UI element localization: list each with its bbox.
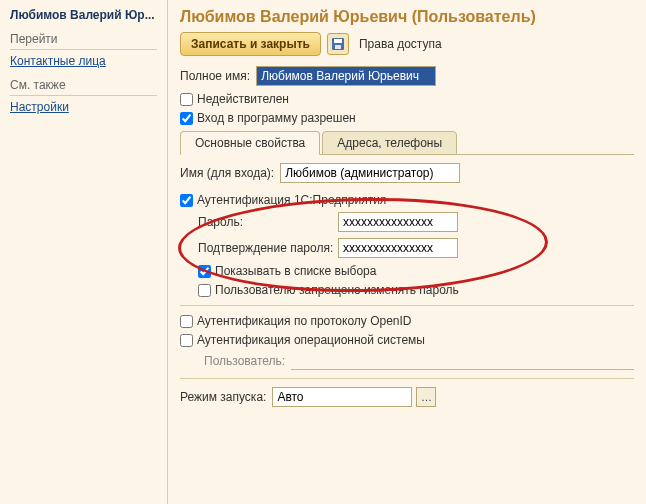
svg-rect-2 [335,45,341,49]
deny-change-password-checkbox[interactable] [198,284,211,297]
main-content: Любимов Валерий Юрьевич (Пользователь) З… [168,0,646,504]
save-button[interactable] [327,33,349,55]
login-name-label: Имя (для входа): [180,166,274,180]
sidebar-section-goto: Перейти [10,32,157,50]
fullname-input[interactable] [256,66,436,86]
show-in-list-checkbox[interactable] [198,265,211,278]
toolbar: Записать и закрыть Права доступа [180,32,634,56]
sidebar-title: Любимов Валерий Юр... [10,8,157,22]
save-and-close-button[interactable]: Записать и закрыть [180,32,321,56]
run-mode-picker-button[interactable]: … [416,387,436,407]
confirm-password-input[interactable] [338,238,458,258]
ellipsis-icon: … [421,391,432,403]
auth-openid-checkbox[interactable] [180,315,193,328]
deny-change-password-label: Пользователю запрещено изменять пароль [215,283,459,297]
password-input[interactable] [338,212,458,232]
floppy-icon [331,37,345,51]
fullname-label: Полное имя: [180,69,250,83]
auth-os-checkbox[interactable] [180,334,193,347]
run-mode-label: Режим запуска: [180,390,266,404]
auth-openid-label: Аутентификация по протоколу OpenID [197,314,412,328]
sidebar-section-seealso: См. также [10,78,157,96]
os-user-label: Пользователь: [204,354,285,368]
auth-1c-checkbox[interactable] [180,194,193,207]
tabs: Основные свойства Адреса, телефоны [180,130,634,155]
show-in-list-label: Показывать в списке выбора [215,264,376,278]
login-allowed-checkbox[interactable] [180,112,193,125]
os-user-field[interactable] [291,352,634,370]
tab-addresses-phones[interactable]: Адреса, телефоны [322,131,457,155]
tab-main-properties[interactable]: Основные свойства [180,131,320,155]
sidebar-link-contacts[interactable]: Контактные лица [10,54,157,68]
svg-rect-1 [334,39,342,43]
confirm-password-label: Подтверждение пароля: [198,241,338,255]
invalid-label: Недействителен [197,92,289,106]
page-title: Любимов Валерий Юрьевич (Пользователь) [180,8,634,26]
sidebar: Любимов Валерий Юр... Перейти Контактные… [0,0,168,504]
login-allowed-label: Вход в программу разрешен [197,111,356,125]
auth-1c-label: Аутентификация 1С:Предприятия [197,193,386,207]
divider-2 [180,378,634,379]
run-mode-select[interactable] [272,387,412,407]
login-name-input[interactable] [280,163,460,183]
access-rights-link[interactable]: Права доступа [355,35,446,53]
password-label: Пароль: [198,215,338,229]
divider [180,305,634,306]
sidebar-link-settings[interactable]: Настройки [10,100,157,114]
invalid-checkbox[interactable] [180,93,193,106]
auth-os-label: Аутентификация операционной системы [197,333,425,347]
